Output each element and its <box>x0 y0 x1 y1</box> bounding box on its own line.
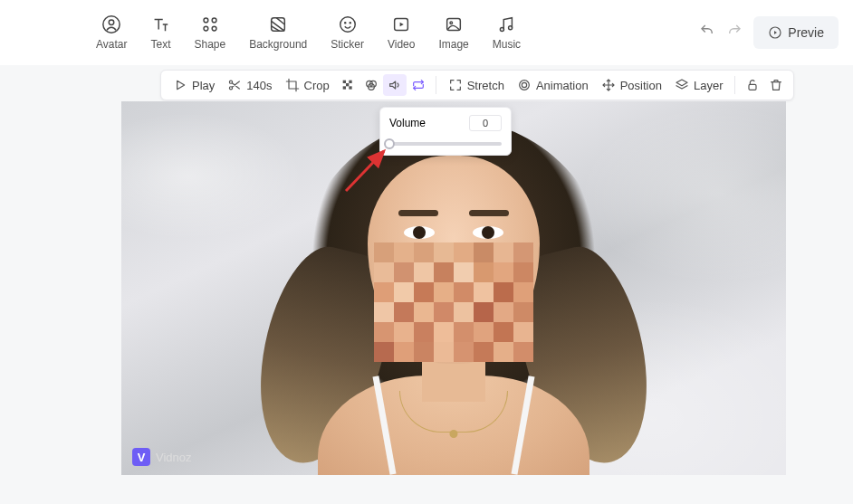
tab-video[interactable]: Video <box>388 14 415 51</box>
svg-point-8 <box>344 23 345 24</box>
undo-icon <box>699 23 715 39</box>
unlock-button[interactable] <box>741 74 764 96</box>
annotation-arrow <box>339 142 395 198</box>
svg-point-13 <box>501 27 504 31</box>
svg-rect-22 <box>349 86 351 89</box>
element-toolbar: Play 140s Crop Stretch Animation <box>160 70 794 100</box>
avatar-icon <box>101 14 121 34</box>
filter-icon <box>364 78 379 92</box>
face-mosaic <box>374 242 533 362</box>
tab-label: Text <box>150 38 170 51</box>
transparency-button[interactable] <box>336 74 359 96</box>
svg-rect-21 <box>342 86 345 89</box>
tab-background[interactable]: Background <box>249 14 307 51</box>
image-icon <box>444 14 464 34</box>
svg-rect-18 <box>342 81 345 83</box>
tab-label: Avatar <box>96 38 127 51</box>
background-icon <box>268 14 288 34</box>
filter-button[interactable] <box>359 74 383 96</box>
text-icon <box>150 14 170 34</box>
layer-button[interactable]: Layer <box>668 74 730 96</box>
video-icon <box>391 14 411 34</box>
duration-label: 140s <box>246 79 272 92</box>
svg-point-5 <box>212 26 216 31</box>
animation-label: Animation <box>536 79 589 92</box>
tab-avatar[interactable]: Avatar <box>96 14 127 51</box>
volume-value[interactable]: 0 <box>469 115 502 131</box>
layer-label: Layer <box>694 79 724 92</box>
position-button[interactable]: Position <box>595 74 668 96</box>
position-label: Position <box>620 79 662 92</box>
stretch-label: Stretch <box>467 79 504 92</box>
preview-label: Previe <box>788 25 824 40</box>
unlock-icon <box>745 78 760 92</box>
tab-shape[interactable]: Shape <box>194 14 225 51</box>
animation-button[interactable]: Animation <box>511 74 595 96</box>
eye-left <box>404 226 435 239</box>
volume-popover: Volume 0 <box>379 107 512 156</box>
play-button[interactable]: Play <box>167 74 221 96</box>
svg-point-1 <box>109 20 114 24</box>
redo-icon <box>726 23 743 39</box>
top-toolbar: Avatar Text Shape Background Sticker Vid… <box>0 0 853 65</box>
tab-sticker[interactable]: Sticker <box>331 14 364 51</box>
topbar-right: Previe <box>699 16 839 49</box>
play-circle-icon <box>768 25 782 40</box>
tab-label: Sticker <box>331 38 364 51</box>
trash-icon <box>769 78 783 92</box>
volume-icon <box>388 78 402 92</box>
tab-image[interactable]: Image <box>438 14 468 51</box>
shape-icon <box>200 14 220 34</box>
undo-button[interactable] <box>699 23 715 43</box>
position-icon <box>601 78 616 92</box>
sticker-icon <box>338 14 358 34</box>
crop-icon <box>285 78 300 92</box>
loop-icon <box>411 78 426 92</box>
play-icon <box>173 78 187 92</box>
tab-label: Image <box>438 38 468 51</box>
volume-button[interactable] <box>383 74 407 96</box>
toolbar-separator <box>436 76 436 94</box>
tab-label: Music <box>493 38 521 51</box>
brow-right <box>469 210 509 216</box>
tab-label: Shape <box>194 38 225 51</box>
music-icon <box>496 14 516 34</box>
stretch-button[interactable]: Stretch <box>442 74 511 96</box>
stretch-icon <box>448 78 463 92</box>
svg-point-2 <box>204 18 208 23</box>
svg-point-9 <box>350 23 350 24</box>
preview-button[interactable]: Previe <box>753 16 839 49</box>
svg-point-12 <box>450 22 453 24</box>
svg-point-27 <box>522 82 526 87</box>
svg-point-3 <box>212 18 216 23</box>
tab-music[interactable]: Music <box>493 14 521 51</box>
volume-label: Volume <box>389 117 426 129</box>
tab-label: Video <box>388 38 415 51</box>
svg-rect-19 <box>349 81 351 83</box>
tab-label: Background <box>249 38 307 51</box>
category-tabs: Avatar Text Shape Background Sticker Vid… <box>96 14 521 51</box>
brow-left <box>398 210 438 216</box>
canvas[interactable]: V Vidnoz <box>121 101 786 475</box>
scissors-icon <box>227 78 242 92</box>
volume-slider[interactable] <box>389 142 502 146</box>
svg-point-14 <box>509 26 513 30</box>
watermark-badge: V <box>132 448 150 466</box>
svg-rect-28 <box>749 84 756 90</box>
watermark-text: Vidnoz <box>156 451 192 464</box>
tab-text[interactable]: Text <box>150 14 170 51</box>
delete-button[interactable] <box>764 74 788 96</box>
watermark: V Vidnoz <box>132 448 192 466</box>
svg-rect-20 <box>346 83 349 86</box>
animation-icon <box>517 78 532 92</box>
loop-button[interactable] <box>407 74 430 96</box>
svg-point-4 <box>204 26 208 31</box>
play-label: Play <box>192 79 215 92</box>
stage-wrapper: Play 140s Crop Stretch Animation <box>0 65 853 504</box>
svg-point-26 <box>520 81 530 90</box>
crop-label: Crop <box>304 79 330 92</box>
duration-button[interactable]: 140s <box>221 74 278 96</box>
svg-line-29 <box>346 151 384 191</box>
redo-button[interactable] <box>726 23 743 43</box>
crop-button[interactable]: Crop <box>279 74 336 96</box>
